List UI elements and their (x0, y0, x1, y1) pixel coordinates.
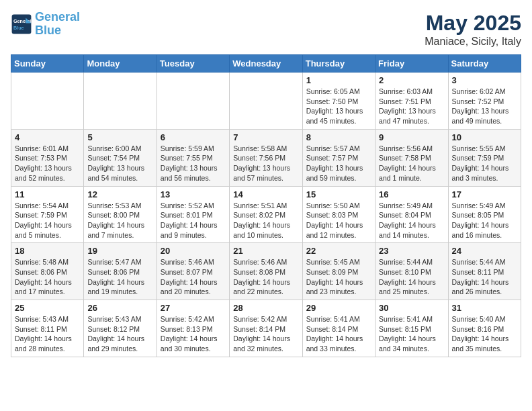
day-number: 15 (306, 189, 371, 199)
day-info: Sunrise: 6:03 AMSunset: 7:51 PMDaylight:… (379, 87, 444, 126)
day-number: 9 (379, 132, 444, 142)
day-number: 8 (306, 132, 371, 142)
day-info: Sunrise: 5:42 AMSunset: 8:14 PMDaylight:… (233, 314, 298, 354)
table-row: 8Sunrise: 5:57 AMSunset: 7:57 PMDaylight… (302, 129, 375, 186)
day-info: Sunrise: 5:48 AMSunset: 8:06 PMDaylight:… (15, 257, 80, 297)
table-row: 26Sunrise: 5:43 AMSunset: 8:12 PMDayligh… (84, 300, 157, 357)
table-row: 3Sunrise: 6:02 AMSunset: 7:52 PMDaylight… (448, 73, 521, 130)
day-info: Sunrise: 5:46 AMSunset: 8:08 PMDaylight:… (233, 257, 298, 297)
table-row: 7Sunrise: 5:58 AMSunset: 7:56 PMDaylight… (230, 129, 302, 186)
table-row: 2Sunrise: 6:03 AMSunset: 7:51 PMDaylight… (375, 73, 448, 130)
calendar-header-thursday: Thursday (302, 55, 375, 73)
day-info: Sunrise: 5:46 AMSunset: 8:07 PMDaylight:… (161, 257, 226, 297)
table-row: 14Sunrise: 5:51 AMSunset: 8:02 PMDayligh… (230, 186, 302, 243)
calendar-header-monday: Monday (84, 55, 157, 73)
calendar-header-tuesday: Tuesday (157, 55, 229, 73)
day-info: Sunrise: 6:00 AMSunset: 7:54 PMDaylight:… (87, 144, 152, 183)
table-row: 27Sunrise: 5:42 AMSunset: 8:13 PMDayligh… (157, 300, 229, 357)
day-info: Sunrise: 6:01 AMSunset: 7:53 PMDaylight:… (15, 144, 80, 183)
calendar-header-friday: Friday (375, 55, 448, 73)
day-number: 6 (161, 132, 226, 142)
svg-text:Blue: Blue (13, 25, 24, 31)
day-number: 3 (452, 75, 517, 85)
calendar-week-5: 25Sunrise: 5:43 AMSunset: 8:11 PMDayligh… (11, 300, 521, 357)
calendar-week-4: 18Sunrise: 5:48 AMSunset: 8:06 PMDayligh… (11, 243, 521, 300)
day-number: 18 (15, 246, 80, 256)
day-number: 31 (452, 303, 517, 313)
table-row: 30Sunrise: 5:41 AMSunset: 8:15 PMDayligh… (375, 300, 448, 357)
day-number: 25 (15, 303, 80, 313)
table-row: 12Sunrise: 5:53 AMSunset: 8:00 PMDayligh… (84, 186, 157, 243)
calendar-header: SundayMondayTuesdayWednesdayThursdayFrid… (11, 55, 521, 73)
day-info: Sunrise: 5:55 AMSunset: 7:59 PMDaylight:… (452, 144, 517, 183)
day-number: 19 (87, 246, 152, 256)
table-row (84, 73, 157, 130)
day-number: 24 (452, 246, 517, 256)
table-row: 18Sunrise: 5:48 AMSunset: 8:06 PMDayligh… (11, 243, 84, 300)
table-row: 20Sunrise: 5:46 AMSunset: 8:07 PMDayligh… (157, 243, 229, 300)
table-row: 9Sunrise: 5:56 AMSunset: 7:58 PMDaylight… (375, 129, 448, 186)
table-row: 31Sunrise: 5:40 AMSunset: 8:16 PMDayligh… (448, 300, 521, 357)
calendar-header-sunday: Sunday (11, 55, 84, 73)
calendar-table: SundayMondayTuesdayWednesdayThursdayFrid… (11, 54, 521, 357)
day-number: 11 (15, 189, 80, 199)
day-number: 28 (233, 303, 298, 313)
day-number: 22 (306, 246, 371, 256)
logo-text: GeneralBlue (35, 11, 80, 38)
table-row (230, 73, 302, 130)
table-row: 5Sunrise: 6:00 AMSunset: 7:54 PMDaylight… (84, 129, 157, 186)
table-row: 17Sunrise: 5:49 AMSunset: 8:05 PMDayligh… (448, 186, 521, 243)
title-block: May 2025 Maniace, Sicily, Italy (425, 11, 521, 48)
day-info: Sunrise: 5:57 AMSunset: 7:57 PMDaylight:… (306, 144, 371, 183)
day-info: Sunrise: 5:54 AMSunset: 7:59 PMDaylight:… (15, 201, 80, 240)
table-row: 13Sunrise: 5:52 AMSunset: 8:01 PMDayligh… (157, 186, 229, 243)
day-number: 16 (379, 189, 444, 199)
day-number: 17 (452, 189, 517, 199)
table-row: 24Sunrise: 5:44 AMSunset: 8:11 PMDayligh… (448, 243, 521, 300)
table-row: 16Sunrise: 5:49 AMSunset: 8:04 PMDayligh… (375, 186, 448, 243)
day-number: 29 (306, 303, 371, 313)
day-number: 23 (379, 246, 444, 256)
table-row (157, 73, 229, 130)
logo-icon: General Blue (11, 13, 32, 35)
day-info: Sunrise: 5:40 AMSunset: 8:16 PMDaylight:… (452, 314, 517, 354)
table-row: 29Sunrise: 5:41 AMSunset: 8:14 PMDayligh… (302, 300, 375, 357)
day-info: Sunrise: 5:47 AMSunset: 8:06 PMDaylight:… (87, 257, 152, 297)
calendar-week-3: 11Sunrise: 5:54 AMSunset: 7:59 PMDayligh… (11, 186, 521, 243)
page-header: General Blue GeneralBlue May 2025 Maniac… (11, 11, 521, 48)
table-row: 19Sunrise: 5:47 AMSunset: 8:06 PMDayligh… (84, 243, 157, 300)
day-info: Sunrise: 5:42 AMSunset: 8:13 PMDaylight:… (161, 314, 226, 354)
day-info: Sunrise: 5:44 AMSunset: 8:11 PMDaylight:… (452, 257, 517, 297)
day-info: Sunrise: 5:59 AMSunset: 7:55 PMDaylight:… (161, 144, 226, 183)
day-number: 7 (233, 132, 298, 142)
day-info: Sunrise: 5:43 AMSunset: 8:11 PMDaylight:… (15, 314, 80, 354)
day-number: 21 (233, 246, 298, 256)
day-info: Sunrise: 5:51 AMSunset: 8:02 PMDaylight:… (233, 201, 298, 240)
calendar-week-2: 4Sunrise: 6:01 AMSunset: 7:53 PMDaylight… (11, 129, 521, 186)
location: Maniace, Sicily, Italy (425, 36, 521, 48)
table-row: 25Sunrise: 5:43 AMSunset: 8:11 PMDayligh… (11, 300, 84, 357)
day-number: 4 (15, 132, 80, 142)
table-row: 4Sunrise: 6:01 AMSunset: 7:53 PMDaylight… (11, 129, 84, 186)
day-info: Sunrise: 5:41 AMSunset: 8:14 PMDaylight:… (306, 314, 371, 354)
day-info: Sunrise: 5:49 AMSunset: 8:04 PMDaylight:… (379, 201, 444, 240)
day-info: Sunrise: 6:02 AMSunset: 7:52 PMDaylight:… (452, 87, 517, 126)
table-row: 23Sunrise: 5:44 AMSunset: 8:10 PMDayligh… (375, 243, 448, 300)
day-info: Sunrise: 5:50 AMSunset: 8:03 PMDaylight:… (306, 201, 371, 240)
day-number: 10 (452, 132, 517, 142)
day-number: 30 (379, 303, 444, 313)
table-row: 10Sunrise: 5:55 AMSunset: 7:59 PMDayligh… (448, 129, 521, 186)
day-number: 1 (306, 75, 371, 85)
calendar-header-wednesday: Wednesday (230, 55, 302, 73)
day-info: Sunrise: 5:52 AMSunset: 8:01 PMDaylight:… (161, 201, 226, 240)
day-number: 5 (87, 132, 152, 142)
day-number: 12 (87, 189, 152, 199)
day-info: Sunrise: 5:45 AMSunset: 8:09 PMDaylight:… (306, 257, 371, 297)
day-number: 27 (161, 303, 226, 313)
day-info: Sunrise: 5:41 AMSunset: 8:15 PMDaylight:… (379, 314, 444, 354)
day-number: 26 (87, 303, 152, 313)
table-row (11, 73, 84, 130)
table-row: 6Sunrise: 5:59 AMSunset: 7:55 PMDaylight… (157, 129, 229, 186)
day-info: Sunrise: 5:58 AMSunset: 7:56 PMDaylight:… (233, 144, 298, 183)
day-info: Sunrise: 5:44 AMSunset: 8:10 PMDaylight:… (379, 257, 444, 297)
